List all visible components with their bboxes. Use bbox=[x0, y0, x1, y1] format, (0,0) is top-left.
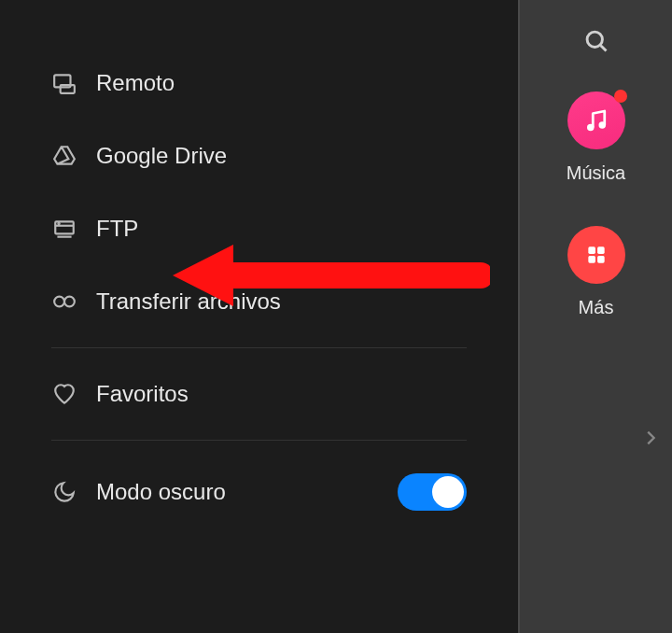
svg-rect-16 bbox=[597, 246, 605, 254]
app-tile-label: Más bbox=[579, 297, 614, 318]
sidebar-item-label: Google Drive bbox=[96, 143, 227, 169]
sidebar-item-label: Transferir archivos bbox=[96, 288, 281, 315]
sidebar-item-label: FTP bbox=[96, 216, 138, 242]
svg-line-12 bbox=[600, 46, 606, 51]
search-icon bbox=[583, 28, 609, 54]
dark-mode-row: Modo oscuro bbox=[0, 450, 518, 534]
sidebar-drawer: Remoto Google Drive FTP Transferir archi… bbox=[0, 0, 518, 633]
sidebar-item-favorites[interactable]: Favoritos bbox=[0, 358, 518, 430]
remote-icon bbox=[51, 70, 77, 96]
svg-point-11 bbox=[587, 32, 602, 47]
notification-badge bbox=[614, 90, 627, 103]
ftp-icon bbox=[51, 216, 77, 242]
dark-mode-label: Modo oscuro bbox=[96, 479, 226, 505]
grid-icon bbox=[567, 226, 625, 284]
expand-button[interactable] bbox=[640, 428, 661, 452]
app-tile-more[interactable]: Más bbox=[520, 226, 672, 318]
svg-point-14 bbox=[598, 121, 606, 129]
sidebar-item-google-drive[interactable]: Google Drive bbox=[0, 120, 518, 192]
sidebar-item-transfer[interactable]: Transferir archivos bbox=[0, 265, 518, 338]
sidebar-item-ftp[interactable]: FTP bbox=[0, 192, 518, 265]
app-tile-music[interactable]: Música bbox=[520, 91, 672, 184]
transfer-icon bbox=[51, 288, 77, 315]
app-tile-label: Música bbox=[567, 162, 625, 184]
dark-mode-toggle[interactable] bbox=[398, 473, 467, 511]
toggle-knob bbox=[432, 476, 464, 508]
svg-rect-17 bbox=[588, 256, 595, 263]
svg-rect-18 bbox=[597, 256, 605, 263]
svg-point-13 bbox=[587, 124, 595, 132]
svg-point-7 bbox=[64, 297, 75, 307]
right-panel: Música Más bbox=[518, 0, 672, 633]
music-icon bbox=[567, 91, 625, 149]
search-button[interactable] bbox=[520, 14, 672, 91]
chevron-right-icon bbox=[640, 428, 661, 448]
svg-rect-15 bbox=[588, 246, 595, 254]
sidebar-item-label: Remoto bbox=[96, 70, 175, 96]
svg-point-5 bbox=[58, 223, 59, 224]
divider bbox=[51, 347, 467, 348]
heart-icon bbox=[51, 381, 77, 407]
sidebar-item-label: Favoritos bbox=[96, 381, 189, 407]
google-drive-icon bbox=[51, 143, 77, 169]
moon-icon bbox=[51, 479, 77, 505]
sidebar-item-remote[interactable]: Remoto bbox=[0, 47, 518, 120]
svg-point-6 bbox=[54, 297, 64, 307]
divider bbox=[51, 440, 467, 441]
